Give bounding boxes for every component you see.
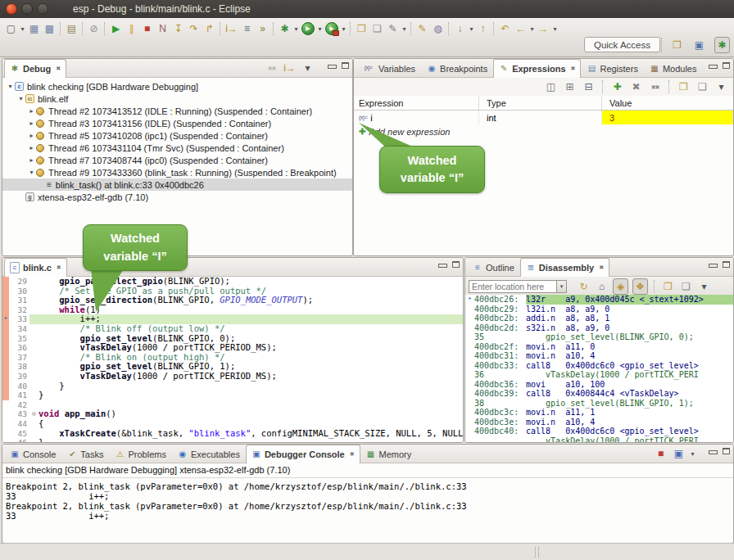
line-number[interactable]: 32 [9, 305, 29, 315]
minimize-view-icon[interactable] [438, 264, 447, 268]
tab-breakpoints[interactable]: ◉Breakpoints [421, 59, 493, 77]
code-editor[interactable]: 29 gpio_pad_select_gpio(BLINK_GPIO);30 /… [2, 277, 463, 442]
dropdown-icon[interactable]: ▾ [528, 25, 536, 33]
new-view-icon[interactable]: ❐ [677, 79, 691, 94]
dropdown-icon[interactable]: ▾ [551, 25, 559, 33]
tab-expressions[interactable]: ✎Expressions✖ [493, 59, 581, 78]
disasm-row[interactable]: 400dbc29:l32i.n a8, a9, 0 [465, 305, 733, 314]
line-number[interactable]: 42 [9, 400, 29, 410]
line-number[interactable]: 45 [9, 429, 29, 439]
line-number[interactable]: 40 [9, 382, 29, 391]
close-icon[interactable]: ✖ [350, 451, 355, 458]
new-wizard-icon[interactable]: ▢ [4, 21, 18, 36]
disasm-row[interactable]: 35 gpio_set_level(BLINK_GPIO, 0); [465, 332, 733, 342]
tab-variables[interactable]: (x)=Variables [356, 59, 421, 77]
location-input[interactable] [469, 280, 556, 293]
expander-icon[interactable]: ▸ [27, 107, 36, 115]
disasm-row[interactable]: vTaskDelay(1000 / portTICK_PERI [465, 436, 733, 443]
column-header-type[interactable]: Type [479, 96, 602, 110]
editor-line[interactable]: 40 } [2, 382, 463, 391]
minimize-window-button[interactable] [21, 3, 33, 15]
line-number[interactable]: 30 [9, 287, 29, 296]
line-number[interactable]: 46 [9, 438, 29, 442]
next-annotation-icon[interactable]: ↓ [453, 21, 467, 36]
collapse-all-icon[interactable]: ⊟ [582, 79, 596, 94]
show-type-names-icon[interactable]: ◫ [544, 79, 558, 94]
quick-access-button[interactable]: Quick Access [584, 37, 660, 52]
use-step-filters-icon[interactable]: » [256, 21, 270, 36]
mark-occurrences-icon[interactable]: ✎ [415, 21, 429, 36]
dropdown-icon[interactable]: ▾ [340, 25, 347, 33]
cpp-perspective-icon[interactable]: ▣ [692, 38, 706, 52]
open-browser-icon[interactable]: ◍ [431, 21, 445, 36]
instruction-stepping-icon[interactable]: i→ [224, 21, 238, 36]
build-icon[interactable]: ▤ [65, 21, 79, 36]
maximize-view-icon[interactable] [723, 62, 730, 69]
instruction-stepping-toggle-icon[interactable]: i→ [283, 61, 297, 75]
pin-view-icon[interactable]: ❏ [695, 79, 709, 94]
view-menu-icon[interactable]: ▾ [714, 79, 728, 94]
tab-debug[interactable]: ✱Debug✖ [4, 59, 66, 78]
skip-all-breakpoints-icon[interactable]: ⊘ [87, 21, 101, 36]
line-number[interactable]: 33 [9, 314, 29, 324]
show-threads-icon[interactable]: ≡ [240, 21, 254, 36]
disassembly-listing[interactable]: ➤400dbc26:l32r a9, 0x400d045c <_stext+10… [465, 295, 733, 442]
external-tools-icon[interactable]: ▶ [325, 22, 338, 35]
remove-expression-icon[interactable]: ✖ [629, 79, 643, 94]
debug-tree-row[interactable]: ▸Thread #6 1073431104 (Tmr Svc) (Suspend… [2, 142, 352, 154]
disasm-row[interactable]: 400dbc31:movi.n a10, 4 [465, 351, 733, 361]
debug-tree-row[interactable]: ▾cblink checking [GDB Hardware Debugging… [2, 80, 352, 93]
maximize-view-icon[interactable] [452, 261, 460, 268]
save-all-icon[interactable]: ▩ [43, 21, 57, 36]
statusbar-grip[interactable] [535, 547, 539, 558]
expander-icon[interactable]: ▸ [27, 156, 36, 164]
tab-memory[interactable]: ▦Memory [360, 445, 418, 463]
disasm-row[interactable]: 400dbc2b:addi.n a8, a8, 1 [465, 314, 733, 323]
tab-executables[interactable]: ◉Executables [172, 445, 246, 463]
editor-line[interactable]: 45 xTaskCreate(&blink_task, "blink_task"… [2, 429, 463, 439]
maximize-view-icon[interactable] [342, 62, 349, 69]
minimize-view-icon[interactable] [709, 65, 718, 69]
tab-disassembly[interactable]: ≣Disassembly✖ [520, 258, 609, 277]
line-number[interactable]: 35 [9, 334, 29, 344]
pin-view-icon[interactable]: ❏ [679, 279, 693, 294]
disasm-row[interactable]: 400dbc2f:movi.n a11, 0 [465, 342, 733, 352]
expander-icon[interactable]: ▾ [6, 83, 15, 90]
tab-registers[interactable]: ▤Registers [581, 59, 643, 77]
open-element-icon[interactable]: ❐ [355, 21, 369, 36]
tab-modules[interactable]: ▦Modules [644, 59, 703, 77]
column-header-value[interactable]: Value [602, 96, 733, 110]
maximize-view-icon[interactable] [723, 261, 730, 268]
debug-tree-row[interactable]: ▸Thread #2 1073413512 (IDLE : Running) (… [2, 105, 352, 117]
tab-blink-c[interactable]: cblink.c✖ [4, 258, 67, 277]
show-source-toggle-icon[interactable]: ◈ [613, 278, 628, 295]
back-icon[interactable]: ← [514, 21, 528, 36]
display-selected-console-icon[interactable]: ▣ [672, 446, 686, 461]
expression-cell[interactable]: (x)=i [354, 111, 479, 124]
close-icon[interactable]: ✖ [599, 264, 604, 271]
debug-tree-row[interactable]: ▸Thread #7 1073408744 (ipc0) (Suspended … [2, 154, 352, 166]
tab-console[interactable]: ▣Console [4, 445, 61, 463]
close-icon[interactable]: ✖ [571, 65, 576, 72]
last-edit-location-icon[interactable]: ↶ [498, 21, 512, 36]
expander-icon[interactable]: ▸ [27, 132, 36, 139]
line-number[interactable]: 31 [9, 296, 29, 305]
close-icon[interactable]: ✖ [57, 264, 61, 271]
forward-icon[interactable]: → [537, 21, 550, 36]
stack-frame-row[interactable]: ≡blink_task() at blink.c:33 0x400dbc26 [2, 178, 352, 191]
editor-line[interactable]: 46} [2, 438, 463, 442]
expander-icon[interactable]: ▾ [16, 95, 25, 102]
editor-line[interactable]: 39 vTaskDelay(1000 / portTICK_PERIOD_MS)… [2, 372, 463, 382]
line-number[interactable]: 36 [9, 343, 29, 353]
view-menu-icon[interactable]: ▾ [301, 61, 315, 75]
add-expression-row[interactable]: ✚ Add new expression [354, 124, 733, 138]
line-number[interactable]: 43 [9, 409, 29, 419]
expander-icon[interactable]: ▾ [27, 169, 36, 176]
open-perspective-icon[interactable]: ❐ [670, 38, 684, 52]
show-logical-structure-icon[interactable]: ⊞ [563, 79, 577, 94]
refresh-icon[interactable]: ↻ [577, 279, 591, 294]
disasm-row[interactable]: 400dbc2d:s32i.n a8, a9, 0 [465, 323, 733, 333]
terminate-icon[interactable]: ■ [140, 21, 154, 36]
line-number[interactable]: 41 [9, 391, 29, 400]
new-view-icon[interactable]: ❐ [661, 279, 675, 294]
